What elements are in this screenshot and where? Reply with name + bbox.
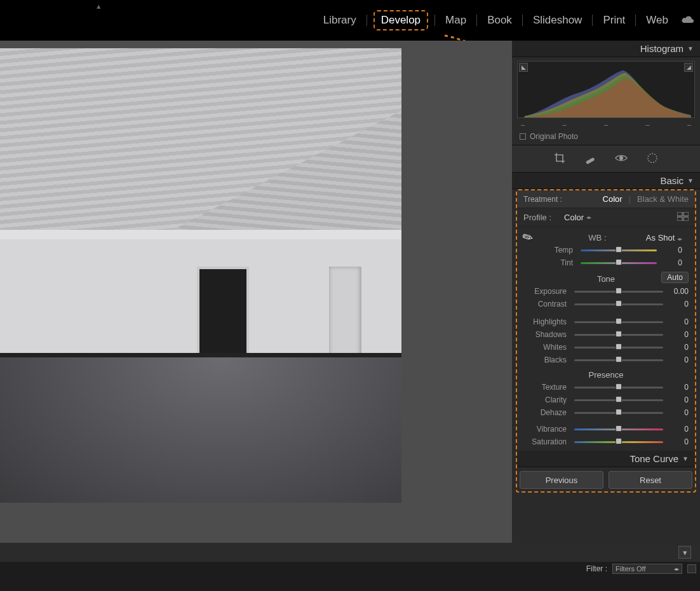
wb-label: WB : [549, 233, 646, 242]
nav-library[interactable]: Library [320, 10, 360, 30]
svg-rect-6 [683, 217, 689, 221]
temp-label: Temp [530, 246, 577, 255]
nav-sep [522, 15, 523, 26]
filmstrip-footer: ▾ Filter : Filters Off◂▸ [0, 543, 700, 591]
redeye-tool-icon[interactable] [614, 152, 628, 166]
nav-web[interactable]: Web [642, 10, 672, 30]
svg-point-1 [619, 156, 623, 160]
dehaze-value[interactable]: 0 [667, 408, 689, 417]
nav-develop[interactable]: Develop [374, 10, 428, 30]
blacks-slider[interactable] [574, 355, 663, 364]
wb-select[interactable]: As Shot ◂▸ [646, 233, 682, 242]
svg-rect-5 [677, 217, 682, 221]
nav-sep [476, 15, 477, 26]
histogram-title: Histogram [640, 43, 683, 54]
basic-panel: Treatment : Color | Black & White Profil… [516, 189, 696, 493]
toolbar-dropdown-icon[interactable]: ▾ [678, 546, 691, 559]
temp-value[interactable]: 0 [661, 246, 682, 255]
tint-slider[interactable] [581, 258, 657, 267]
presence-header: Presence [517, 366, 695, 381]
saturation-value[interactable]: 0 [667, 437, 689, 446]
blacks-value[interactable]: 0 [667, 355, 689, 364]
blacks-label: Blacks [523, 355, 570, 364]
preview-image [0, 48, 401, 503]
contrast-label: Contrast [523, 300, 570, 309]
tonecurve-header[interactable]: Tone Curve ▼ [517, 451, 695, 467]
whites-value[interactable]: 0 [667, 343, 689, 352]
nav-print[interactable]: Print [599, 10, 629, 30]
histogram-display[interactable]: ◣ ◢ [517, 61, 695, 118]
toolstrip [512, 145, 700, 173]
original-photo-row[interactable]: Original Photo [520, 132, 692, 141]
nav-slideshow[interactable]: Slideshow [529, 10, 586, 30]
nav-sep [434, 15, 435, 26]
shadow-clip-icon[interactable]: ◣ [519, 63, 528, 72]
dehaze-label: Dehaze [523, 408, 570, 417]
main-area: Histogram ▼ ◣ ◢ –– –– – Original Photo [0, 41, 700, 543]
vibrance-value[interactable]: 0 [667, 425, 689, 434]
exposure-label: Exposure [523, 287, 570, 296]
dehaze-slider[interactable] [574, 408, 663, 417]
auto-button[interactable]: Auto [661, 272, 689, 283]
vibrance-slider[interactable] [574, 425, 663, 434]
collapse-arrow-icon[interactable]: ▴ [97, 1, 101, 11]
cloud-sync-icon[interactable] [681, 15, 695, 27]
basic-header[interactable]: Basic ▼ [512, 173, 700, 189]
disclosure-icon: ▼ [682, 455, 689, 462]
clarity-slider[interactable] [574, 395, 663, 404]
original-checkbox[interactable] [520, 133, 526, 140]
masking-tool-icon[interactable] [646, 152, 659, 166]
clarity-label: Clarity [523, 395, 570, 404]
histogram-header[interactable]: Histogram ▼ [512, 41, 700, 57]
profile-label: Profile : [523, 213, 551, 222]
tone-header: Tone Auto [517, 270, 695, 285]
reset-button[interactable]: Reset [609, 471, 692, 489]
saturation-label: Saturation [523, 437, 570, 446]
filter-lock-icon[interactable] [687, 564, 696, 573]
highlights-value[interactable]: 0 [667, 317, 689, 326]
clarity-value[interactable]: 0 [667, 395, 689, 404]
nav-map[interactable]: Map [441, 10, 470, 30]
shadows-slider[interactable] [574, 330, 663, 339]
highlights-slider[interactable] [574, 317, 663, 326]
original-label: Original Photo [530, 132, 578, 141]
profile-browser-icon[interactable] [677, 212, 689, 223]
histogram-ticks: –– –– – [521, 121, 691, 128]
crop-tool-icon[interactable] [553, 152, 566, 166]
previous-button[interactable]: Previous [520, 471, 603, 489]
svg-rect-3 [677, 212, 682, 216]
whites-label: Whites [523, 343, 570, 352]
texture-slider[interactable] [574, 383, 663, 392]
spot-removal-icon[interactable] [584, 152, 596, 166]
exposure-slider[interactable] [574, 287, 663, 296]
contrast-value[interactable]: 0 [667, 300, 689, 309]
texture-value[interactable]: 0 [667, 383, 689, 392]
filter-select[interactable]: Filters Off◂▸ [612, 564, 682, 574]
whites-slider[interactable] [574, 343, 663, 352]
tonecurve-title: Tone Curve [629, 453, 678, 464]
vibrance-label: Vibrance [523, 425, 570, 434]
nav-sep [635, 15, 636, 26]
treatment-label: Treatment : [523, 195, 562, 204]
texture-label: Texture [523, 383, 570, 392]
tint-value[interactable]: 0 [661, 258, 682, 267]
treatment-color[interactable]: Color [603, 194, 623, 204]
temp-slider[interactable] [581, 246, 657, 255]
basic-title: Basic [660, 175, 683, 186]
wb-block: ✎ WB : As Shot ◂▸ Temp 0 Tint 0 [517, 227, 695, 270]
profile-row: Profile : Color◂▸ [517, 208, 695, 227]
top-nav: ▴ Library Develop Map Book Slideshow Pri… [0, 0, 700, 41]
nav-sep [367, 15, 367, 26]
saturation-slider[interactable] [574, 437, 663, 446]
contrast-slider[interactable] [574, 300, 663, 309]
exposure-value[interactable]: 0.00 [667, 287, 689, 296]
treatment-bw[interactable]: Black & White [637, 194, 689, 204]
svg-point-2 [648, 154, 657, 163]
highlight-clip-icon[interactable]: ◢ [684, 63, 693, 72]
nav-book[interactable]: Book [483, 10, 516, 30]
filter-label: Filter : [586, 564, 607, 573]
shadows-label: Shadows [523, 330, 570, 339]
image-viewer[interactable] [0, 41, 512, 543]
profile-select[interactable]: Color◂▸ [564, 213, 591, 222]
shadows-value[interactable]: 0 [667, 330, 689, 339]
